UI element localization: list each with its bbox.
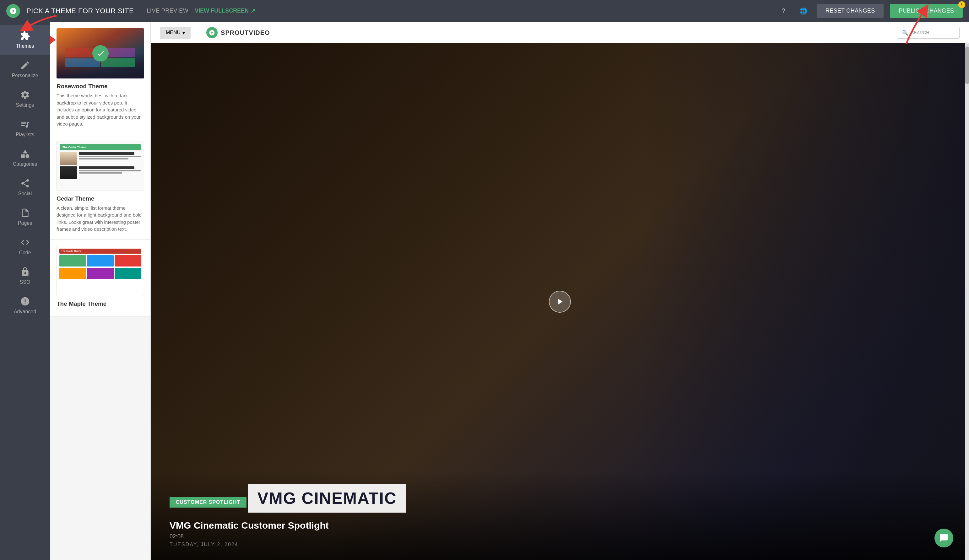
hero-background: CUSTOMER SPOTLIGHT VMG CINEMATIC VMG Cin… bbox=[151, 43, 969, 560]
sidebar-item-personalize-label: Personalize bbox=[12, 73, 38, 78]
chat-button[interactable] bbox=[934, 528, 953, 547]
sidebar-item-themes-label: Themes bbox=[16, 43, 34, 49]
maple-thumbnail: The Maple Theme bbox=[57, 246, 144, 296]
topbar-divider bbox=[140, 5, 140, 17]
preview-brand-icon bbox=[206, 27, 218, 38]
sidebar-item-playlists-label: Playlists bbox=[16, 132, 34, 138]
rosewood-thumbnail bbox=[57, 28, 144, 78]
sidebar-item-code[interactable]: Code bbox=[0, 232, 50, 261]
hero-title-box: VMG CINEMATIC bbox=[248, 484, 406, 513]
app-logo bbox=[6, 4, 20, 18]
rosewood-theme-card[interactable]: Rosewood Theme This theme works best wit… bbox=[50, 22, 150, 135]
sidebar-item-advanced[interactable]: Advanced bbox=[0, 291, 50, 320]
hero-video-date: TUESDAY, JULY 2, 2024 bbox=[170, 542, 950, 547]
topbar: PICK A THEME FOR YOUR SITE LIVE PREVIEW … bbox=[0, 0, 969, 22]
cedar-theme-name: Cedar Theme bbox=[57, 195, 144, 202]
hero-overlay: CUSTOMER SPOTLIGHT VMG CINEMATIC VMG Cin… bbox=[151, 471, 969, 560]
sidebar-item-sso[interactable]: SSO bbox=[0, 261, 50, 291]
sidebar-item-categories[interactable]: Categories bbox=[0, 143, 50, 173]
preview-search-icon: 🔍 bbox=[902, 30, 908, 36]
menu-label: MENU bbox=[166, 30, 181, 35]
sidebar-item-settings-label: Settings bbox=[16, 102, 34, 108]
play-button[interactable] bbox=[549, 291, 571, 312]
sidebar-item-advanced-label: Advanced bbox=[14, 309, 36, 314]
page-title: PICK A THEME FOR YOUR SITE bbox=[27, 7, 134, 15]
publish-changes-button[interactable]: PUBLISH CHANGES ! bbox=[890, 4, 963, 18]
preview-nav: MENU ▾ SPROUTVIDEO 🔍 SEARCH bbox=[151, 22, 969, 43]
hero-badge: CUSTOMER SPOTLIGHT bbox=[170, 497, 246, 508]
cedar-theme-desc: A clean, simple, list format theme desig… bbox=[57, 204, 144, 233]
preview-menu-button[interactable]: MENU ▾ bbox=[160, 27, 191, 39]
sidebar: Themes Personalize Settings Playlists bbox=[0, 22, 50, 560]
fullscreen-label: VIEW FULLSCREEN bbox=[195, 8, 249, 14]
sidebar-item-social-label: Social bbox=[18, 191, 32, 196]
preview-scrollbar[interactable] bbox=[965, 43, 969, 560]
sidebar-item-personalize[interactable]: Personalize bbox=[0, 55, 50, 84]
publish-badge: ! bbox=[958, 1, 965, 8]
view-fullscreen-button[interactable]: VIEW FULLSCREEN ↗ bbox=[195, 8, 255, 15]
preview-brand: SPROUTVIDEO bbox=[206, 27, 270, 38]
hero-video-title: VMG Cinematic Customer Spotlight bbox=[170, 520, 950, 531]
preview-search-placeholder: SEARCH bbox=[911, 30, 929, 35]
cedar-theme-card[interactable]: The Cedar Theme Easiest way to mince gar… bbox=[50, 135, 150, 239]
sidebar-item-code-label: Code bbox=[19, 250, 31, 256]
sidebar-arrow-indicator bbox=[50, 35, 56, 44]
preview-area: MENU ▾ SPROUTVIDEO 🔍 SEARCH bbox=[151, 22, 969, 560]
maple-theme-card[interactable]: The Maple Theme The Maple Theme bbox=[50, 239, 150, 316]
sidebar-item-playlists[interactable]: Playlists bbox=[0, 114, 50, 143]
menu-chevron-icon: ▾ bbox=[182, 30, 185, 36]
reset-changes-button[interactable]: RESET CHANGES bbox=[817, 4, 884, 18]
sidebar-item-pages[interactable]: Pages bbox=[0, 202, 50, 232]
globe-button[interactable]: 🌐 bbox=[797, 4, 811, 18]
help-button[interactable]: ? bbox=[776, 4, 790, 18]
live-preview-label: LIVE PREVIEW bbox=[147, 8, 188, 14]
theme-panel: Rosewood Theme This theme works best wit… bbox=[50, 22, 151, 560]
preview-hero: CUSTOMER SPOTLIGHT VMG CINEMATIC VMG Cin… bbox=[151, 43, 969, 560]
hero-video-time: 02:08 bbox=[170, 533, 950, 540]
preview-site: MENU ▾ SPROUTVIDEO 🔍 SEARCH bbox=[151, 22, 969, 560]
sidebar-item-categories-label: Categories bbox=[13, 161, 37, 167]
main-layout: Themes Personalize Settings Playlists bbox=[0, 22, 969, 560]
preview-search: 🔍 SEARCH bbox=[897, 27, 960, 38]
selected-check bbox=[92, 45, 109, 61]
sidebar-item-pages-label: Pages bbox=[18, 220, 32, 226]
preview-brand-name: SPROUTVIDEO bbox=[221, 29, 270, 37]
maple-theme-name: The Maple Theme bbox=[57, 301, 144, 307]
hero-title: VMG CINEMATIC bbox=[258, 489, 397, 507]
sidebar-item-settings[interactable]: Settings bbox=[0, 84, 50, 114]
sidebar-item-themes[interactable]: Themes bbox=[0, 25, 50, 55]
cedar-thumbnail: The Cedar Theme Easiest way to mince gar… bbox=[57, 141, 144, 191]
rosewood-theme-name: Rosewood Theme bbox=[57, 83, 144, 90]
fullscreen-icon: ↗ bbox=[251, 8, 255, 15]
sidebar-item-social[interactable]: Social bbox=[0, 173, 50, 202]
rosewood-theme-desc: This theme works best with a dark backdr… bbox=[57, 92, 144, 128]
scrollbar-thumb[interactable] bbox=[965, 47, 969, 84]
sidebar-item-sso-label: SSO bbox=[20, 279, 30, 285]
